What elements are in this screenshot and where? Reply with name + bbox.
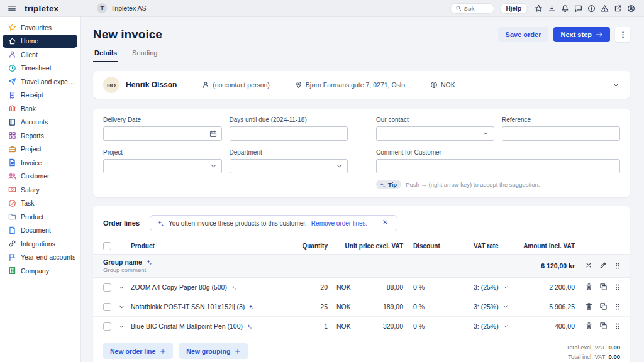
comment-field[interactable]: [376, 159, 620, 173]
expand-row-button[interactable]: [118, 282, 128, 292]
comment-input[interactable]: [381, 163, 615, 170]
sidebar-item-home[interactable]: Home: [3, 35, 77, 48]
sidebar-item-bank[interactable]: Bank: [0, 102, 80, 116]
sidebar-item-task[interactable]: Task: [0, 197, 80, 211]
search-box[interactable]: [450, 3, 494, 14]
discount-cell[interactable]: 0 %: [403, 303, 452, 310]
unit-price-cell[interactable]: 189,00: [359, 303, 403, 310]
reference-input[interactable]: [507, 130, 615, 138]
sidebar-item-year-end-accounts[interactable]: Year-end accounts: [0, 251, 80, 265]
sidebar-item-label: Reports: [21, 132, 44, 140]
drag-handle[interactable]: [614, 283, 621, 291]
check-icon: [8, 199, 16, 207]
calendar-icon[interactable]: [209, 130, 217, 138]
sidebar-item-customer[interactable]: Customer: [0, 170, 80, 184]
download-button[interactable]: [547, 3, 557, 14]
sidebar-item-label: Year-end accounts: [21, 253, 75, 261]
tab-sending[interactable]: Sending: [131, 49, 158, 62]
sidebar-item-product[interactable]: Product: [0, 210, 80, 224]
department-input[interactable]: [235, 163, 336, 170]
more-options-button[interactable]: [615, 27, 630, 42]
select-all-checkbox[interactable]: [103, 242, 111, 250]
menu-icon[interactable]: [8, 3, 19, 14]
delivery-date-field[interactable]: [103, 126, 222, 141]
product-name-cell[interactable]: Blue BIC Cristal M Ballpoint Pen (100): [131, 322, 293, 330]
quantity-cell[interactable]: 20: [293, 283, 328, 291]
next-step-button[interactable]: Next step: [553, 27, 610, 42]
vat-rate-select[interactable]: 3: (25%): [471, 283, 515, 291]
product-name-cell[interactable]: Notatblokk POST-IT SSN 101x152lj (3): [131, 303, 293, 310]
row-checkbox[interactable]: [103, 283, 111, 292]
sidebar-item-favourites[interactable]: Favourites: [0, 21, 80, 35]
group-name: Group name: [103, 258, 142, 266]
tab-details[interactable]: Details: [93, 49, 118, 62]
sidebar-item-client[interactable]: Client: [0, 48, 80, 62]
bell-button[interactable]: [560, 3, 570, 14]
discount-cell[interactable]: 0 %: [403, 283, 452, 291]
star-button[interactable]: [533, 3, 544, 14]
search-input[interactable]: [464, 5, 489, 12]
sidebar-item-salary[interactable]: Salary: [0, 183, 80, 197]
company-avatar: T: [97, 3, 107, 13]
unit-price-cell[interactable]: 320,00: [359, 322, 403, 330]
sidebar-item-accounts[interactable]: Accounts: [0, 116, 80, 129]
sidebar-item-travel-and-expenses[interactable]: Travel and expenses: [0, 75, 80, 89]
unit-price-cell[interactable]: 88,00: [359, 283, 403, 291]
drag-handle[interactable]: [614, 303, 621, 310]
sidebar-item-receipt[interactable]: Receipt: [0, 89, 80, 102]
quantity-cell[interactable]: 25: [293, 303, 328, 310]
days-until-due-input[interactable]: [235, 130, 343, 138]
drag-handle[interactable]: [614, 322, 621, 330]
quantity-cell[interactable]: 1: [293, 322, 328, 330]
drag-handle[interactable]: [614, 262, 621, 270]
sidebar-item-document[interactable]: Document: [0, 224, 80, 238]
sidebar-item-integrations[interactable]: Integrations: [0, 237, 80, 251]
expand-row-button[interactable]: [118, 321, 128, 331]
external-button[interactable]: [613, 3, 623, 14]
product-name-cell[interactable]: ZOOM A4 Copy Paper 80g (500): [131, 283, 293, 291]
user-button[interactable]: [626, 3, 636, 14]
new-grouping-button[interactable]: New grouping: [179, 343, 248, 359]
days-until-due-field[interactable]: [230, 126, 348, 141]
sidebar-item-project[interactable]: Project: [0, 143, 80, 156]
edit-group-button[interactable]: [599, 261, 608, 270]
close-icon[interactable]: [382, 219, 391, 228]
new-order-line-button[interactable]: New order line: [103, 343, 173, 359]
people-icon: [8, 172, 16, 180]
delivery-date-input[interactable]: [108, 130, 209, 138]
delete-row-button[interactable]: [585, 283, 594, 292]
save-order-button[interactable]: Save order: [498, 27, 549, 42]
sidebar-item-invoice[interactable]: Invoice: [0, 156, 80, 170]
discount-cell[interactable]: 0 %: [403, 322, 452, 330]
delete-row-button[interactable]: [585, 302, 594, 311]
row-checkbox[interactable]: [103, 303, 111, 311]
row-checkbox[interactable]: [103, 322, 111, 331]
chevron-down-icon[interactable]: [612, 81, 620, 89]
sidebar-item-reports[interactable]: Reports: [0, 129, 80, 143]
sidebar-item-timesheet[interactable]: Timesheet: [0, 62, 80, 75]
expand-row-button[interactable]: [118, 302, 128, 312]
sidebar-item-company[interactable]: Company: [0, 264, 80, 278]
duplicate-row-button[interactable]: [599, 283, 608, 292]
sidebar-item-label: Client: [21, 51, 38, 58]
help-button[interactable]: Hjelp: [500, 3, 528, 14]
chat-button[interactable]: [573, 3, 584, 14]
vat-rate-select[interactable]: 3: (25%): [471, 303, 515, 310]
duplicate-row-button[interactable]: [599, 302, 608, 311]
info-button[interactable]: [586, 3, 597, 14]
duplicate-row-button[interactable]: [599, 322, 608, 331]
warning-button[interactable]: [599, 3, 610, 14]
remove-group-button[interactable]: [585, 261, 594, 270]
delete-row-button[interactable]: [585, 322, 594, 331]
customer-summary-card[interactable]: HO Henrik Olsson (no contact person) Bjø…: [93, 71, 630, 99]
our-contact-select[interactable]: [376, 126, 494, 141]
group-row: Group name Group comment 6 120,00 kr: [93, 255, 630, 278]
company-switcher[interactable]: T Tripletex AS: [97, 3, 146, 13]
our-contact-input[interactable]: [381, 130, 482, 138]
department-select[interactable]: [230, 159, 348, 173]
remove-order-lines-link[interactable]: Remove order lines.: [311, 220, 367, 227]
vat-rate-select[interactable]: 3: (25%): [471, 322, 515, 330]
project-select[interactable]: [103, 159, 222, 173]
reference-field[interactable]: [502, 126, 620, 141]
project-input[interactable]: [108, 163, 210, 170]
